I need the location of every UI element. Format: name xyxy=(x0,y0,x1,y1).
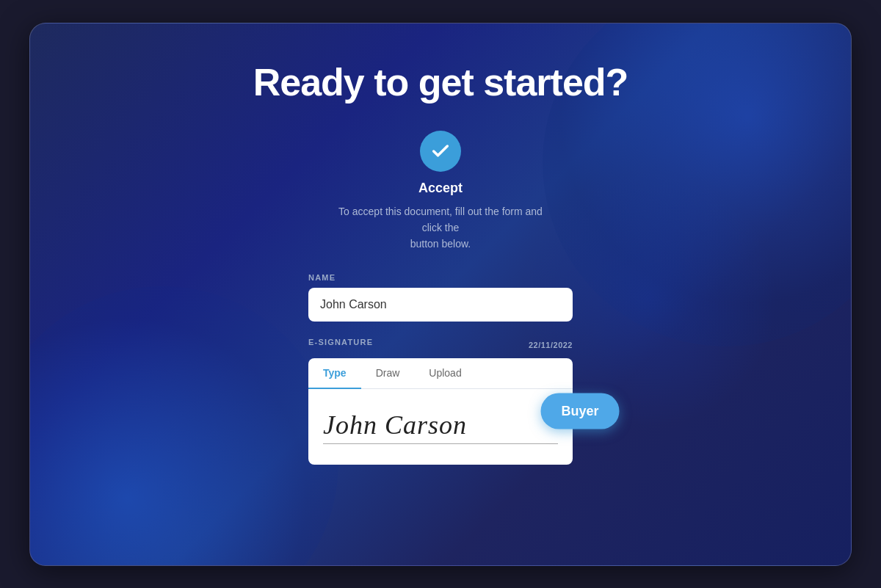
esig-wrapper: Type Draw Upload John Carson Buyer xyxy=(308,358,573,465)
page-content: Ready to get started? Accept To accept t… xyxy=(30,23,851,465)
tab-draw[interactable]: Draw xyxy=(361,358,415,389)
signature-canvas: John Carson xyxy=(308,389,573,465)
page-title: Ready to get started? xyxy=(253,60,628,104)
tab-upload[interactable]: Upload xyxy=(414,358,476,389)
name-input[interactable] xyxy=(308,288,573,322)
accept-icon-circle xyxy=(420,131,461,172)
esig-label: E-SIGNATURE xyxy=(308,338,373,346)
tab-type[interactable]: Type xyxy=(308,358,361,389)
accept-description: To accept this document, fill out the fo… xyxy=(330,203,551,253)
main-frame: Ready to get started? Accept To accept t… xyxy=(29,23,852,566)
accept-label: Accept xyxy=(418,181,463,196)
esig-date: 22/11/2022 xyxy=(529,341,573,349)
esig-header: E-SIGNATURE 22/11/2022 xyxy=(308,338,573,352)
form-container: NAME E-SIGNATURE 22/11/2022 Type Draw Up… xyxy=(308,273,573,465)
name-label: NAME xyxy=(308,273,573,282)
signature-box: Type Draw Upload John Carson xyxy=(308,358,573,465)
signature-tabs: Type Draw Upload xyxy=(308,358,573,389)
check-icon xyxy=(430,141,451,161)
buyer-badge: Buyer xyxy=(540,393,619,429)
signature-text: John Carson xyxy=(323,410,558,444)
